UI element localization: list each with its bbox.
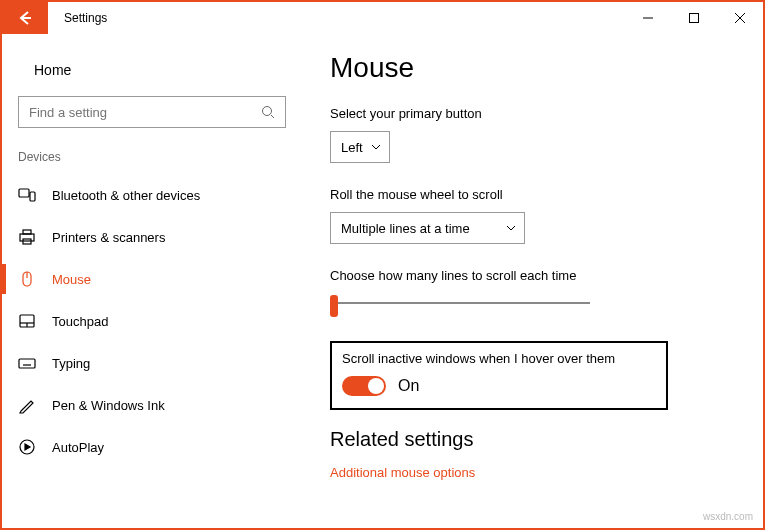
slider-thumb[interactable] bbox=[330, 295, 338, 317]
wheel-select[interactable]: Multiple lines at a time bbox=[330, 212, 525, 244]
svg-rect-5 bbox=[20, 234, 34, 241]
titlebar: Settings bbox=[2, 2, 763, 34]
svg-rect-3 bbox=[19, 189, 29, 197]
minimize-icon bbox=[643, 13, 653, 23]
search-field[interactable] bbox=[29, 105, 261, 120]
toggle-knob bbox=[368, 378, 384, 394]
related-heading: Related settings bbox=[330, 428, 735, 451]
chevron-down-icon bbox=[371, 142, 381, 152]
sidebar-item-label: Typing bbox=[52, 356, 90, 371]
sidebar-item-touchpad[interactable]: Touchpad bbox=[12, 300, 292, 342]
sidebar-item-bluetooth[interactable]: Bluetooth & other devices bbox=[12, 174, 292, 216]
pen-icon bbox=[18, 396, 36, 414]
svg-point-2 bbox=[263, 107, 272, 116]
svg-rect-6 bbox=[23, 230, 31, 234]
lines-label: Choose how many lines to scroll each tim… bbox=[330, 268, 735, 283]
window-title: Settings bbox=[48, 2, 107, 34]
close-icon bbox=[735, 13, 745, 23]
home-label: Home bbox=[34, 62, 71, 78]
main-content: Mouse Select your primary button Left Ro… bbox=[302, 34, 763, 528]
scroll-inactive-label: Scroll inactive windows when I hover ove… bbox=[342, 351, 656, 366]
search-icon bbox=[261, 105, 275, 119]
svg-rect-4 bbox=[30, 192, 35, 201]
slider-track bbox=[330, 302, 590, 304]
touchpad-icon bbox=[18, 312, 36, 330]
sidebar-item-label: Pen & Windows Ink bbox=[52, 398, 165, 413]
page-title: Mouse bbox=[330, 52, 735, 84]
window-controls bbox=[625, 2, 763, 34]
toggle-state: On bbox=[398, 377, 419, 395]
additional-mouse-options-link[interactable]: Additional mouse options bbox=[330, 465, 735, 480]
scroll-inactive-toggle[interactable] bbox=[342, 376, 386, 396]
primary-button-select[interactable]: Left bbox=[330, 131, 390, 163]
sidebar-item-pen[interactable]: Pen & Windows Ink bbox=[12, 384, 292, 426]
select-value: Left bbox=[341, 140, 363, 155]
sidebar-item-label: AutoPlay bbox=[52, 440, 104, 455]
devices-icon bbox=[18, 186, 36, 204]
sidebar-item-mouse[interactable]: Mouse bbox=[12, 258, 292, 300]
mouse-icon bbox=[18, 270, 36, 288]
sidebar-item-label: Printers & scanners bbox=[52, 230, 165, 245]
sidebar-item-typing[interactable]: Typing bbox=[12, 342, 292, 384]
lines-slider[interactable] bbox=[330, 293, 590, 313]
sidebar-item-printers[interactable]: Printers & scanners bbox=[12, 216, 292, 258]
maximize-button[interactable] bbox=[671, 2, 717, 34]
watermark: wsxdn.com bbox=[703, 511, 753, 522]
printer-icon bbox=[18, 228, 36, 246]
scroll-inactive-section: Scroll inactive windows when I hover ove… bbox=[330, 341, 668, 410]
back-button[interactable] bbox=[2, 2, 48, 34]
search-input[interactable] bbox=[18, 96, 286, 128]
sidebar-item-label: Bluetooth & other devices bbox=[52, 188, 200, 203]
autoplay-icon bbox=[18, 438, 36, 456]
sidebar: Home Devices Bluetooth & other devices P… bbox=[2, 34, 302, 528]
svg-rect-0 bbox=[690, 14, 699, 23]
chevron-down-icon bbox=[506, 223, 516, 233]
minimize-button[interactable] bbox=[625, 2, 671, 34]
group-label: Devices bbox=[12, 150, 292, 174]
sidebar-item-label: Touchpad bbox=[52, 314, 108, 329]
primary-button-label: Select your primary button bbox=[330, 106, 735, 121]
home-link[interactable]: Home bbox=[12, 54, 292, 96]
close-button[interactable] bbox=[717, 2, 763, 34]
wheel-label: Roll the mouse wheel to scroll bbox=[330, 187, 735, 202]
svg-rect-13 bbox=[19, 359, 35, 368]
sidebar-item-autoplay[interactable]: AutoPlay bbox=[12, 426, 292, 468]
sidebar-item-label: Mouse bbox=[52, 272, 91, 287]
arrow-left-icon bbox=[17, 10, 33, 26]
select-value: Multiple lines at a time bbox=[341, 221, 470, 236]
maximize-icon bbox=[689, 13, 699, 23]
keyboard-icon bbox=[18, 354, 36, 372]
